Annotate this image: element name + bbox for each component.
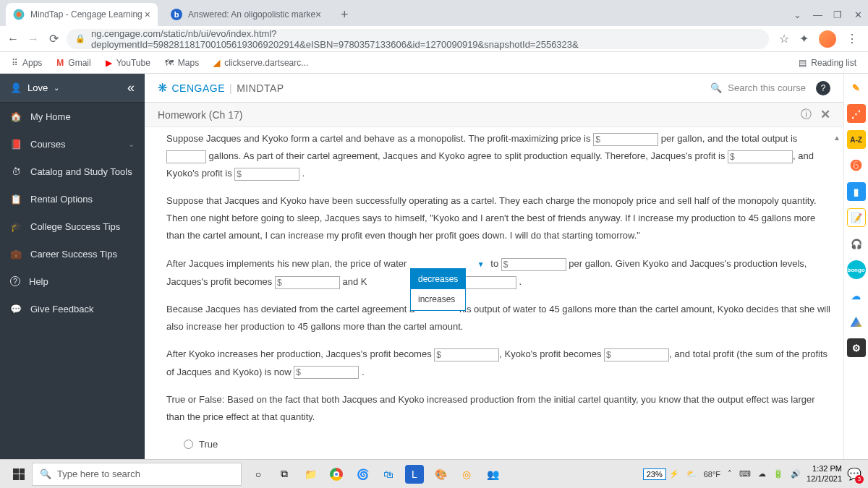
app-icon[interactable]: 🎨 <box>431 465 450 484</box>
bookmarks-bar: ⠿Apps MGmail ▶YouTube 🗺Maps ◢clickserve.… <box>0 52 868 74</box>
close-icon[interactable]: ✕ <box>820 107 830 122</box>
menu-icon[interactable]: ⋮ <box>846 32 858 46</box>
highlighter-icon[interactable]: ✎ <box>847 78 866 97</box>
notes-icon[interactable]: 📝 <box>847 208 866 227</box>
store-icon[interactable]: 🛍 <box>379 465 398 484</box>
browser-tabstrip: MindTap - Cengage Learning × b Answered:… <box>0 0 868 26</box>
cortana-icon[interactable]: ○ <box>249 465 268 484</box>
bartleby-favicon: b <box>171 9 182 20</box>
search-placeholder: Search this course <box>728 82 806 93</box>
weather-icon[interactable]: ⛅ <box>686 469 697 479</box>
rss-icon[interactable]: ⋰ <box>847 104 866 123</box>
browser-tab-bartleby[interactable]: b Answered: An oligopolistic marke × <box>163 3 328 26</box>
bookmark-maps[interactable]: 🗺Maps <box>159 55 205 71</box>
onedrive-icon[interactable]: ☁ <box>758 469 766 479</box>
teams-icon[interactable]: 👥 <box>483 465 502 484</box>
price-input[interactable] <box>593 133 658 146</box>
kyoko-profit3-input[interactable] <box>604 348 669 361</box>
notebook-icon[interactable]: ▮ <box>847 182 866 201</box>
sidebar-item-catalog[interactable]: ⏱Catalog and Study Tools <box>0 158 145 185</box>
app-icon2[interactable]: ◎ <box>457 465 476 484</box>
user-icon: 👤 <box>10 82 22 93</box>
battery-icon[interactable]: 🔋 <box>773 469 783 479</box>
explorer-icon[interactable]: 📁 <box>301 465 320 484</box>
new-price-input[interactable] <box>501 258 566 271</box>
jacques-profit2-input[interactable] <box>275 276 340 289</box>
forward-icon[interactable]: → <box>26 32 41 46</box>
reading-list-button[interactable]: ▤Reading list <box>793 55 862 71</box>
kyoko-profit-input[interactable] <box>234 168 299 181</box>
tab-title: Answered: An oligopolistic marke <box>188 9 315 20</box>
flashcards-icon[interactable]: ➏ <box>847 156 866 175</box>
gmail-icon: M <box>56 58 64 68</box>
tray-chevron-icon[interactable]: ˄ <box>728 469 732 479</box>
notif-badge: 3 <box>855 475 864 484</box>
graduation-icon: 🎓 <box>10 221 22 232</box>
sidebar-item-rental[interactable]: 📋Rental Options <box>0 185 145 213</box>
close-icon[interactable]: × <box>145 9 150 20</box>
reload-icon[interactable]: ⟳ <box>46 32 61 46</box>
volume-icon[interactable]: 🔊 <box>791 469 801 479</box>
notifications-button[interactable]: 💬3 <box>846 466 862 482</box>
close-icon[interactable]: ✕ <box>854 9 862 20</box>
sidebar-item-help[interactable]: ?Help <box>0 267 145 295</box>
para-scenario: Suppose that Jacques and Kyoko have been… <box>166 192 830 244</box>
price-direction-dropdown[interactable]: ____________▼ decreases increases <box>409 254 488 273</box>
chrome-icon[interactable] <box>327 465 346 484</box>
question-content: ▲ Suppose Jacques and Kyoko form a carte… <box>145 127 843 487</box>
star-icon[interactable]: ☆ <box>779 32 789 46</box>
cloud-icon[interactable]: ☁ <box>847 286 866 305</box>
edge-icon[interactable]: 🌀 <box>353 465 372 484</box>
glossary-icon[interactable]: A-Z <box>847 130 866 149</box>
lockdown-icon[interactable]: L <box>405 465 424 484</box>
read-icon[interactable]: 🎧 <box>847 234 866 253</box>
brand-logo[interactable]: ❋ CENGAGE | MINDTAP <box>158 81 284 95</box>
sidebar-item-feedback[interactable]: 💬Give Feedback <box>0 295 145 322</box>
radio-true[interactable]: True <box>184 436 830 453</box>
close-icon[interactable]: × <box>315 9 321 20</box>
system-clock[interactable]: 1:32 PM 12/1/2021 <box>807 464 842 483</box>
apps-button[interactable]: ⠿Apps <box>6 55 48 71</box>
output-input[interactable] <box>166 150 206 163</box>
settings-icon[interactable]: ⚙ <box>847 338 866 357</box>
user-menu[interactable]: 👤 Love ⌄ « <box>0 74 145 103</box>
start-button[interactable] <box>6 463 32 486</box>
taskbar-search[interactable]: 🔍Type here to search <box>32 463 242 486</box>
dropdown-option-decreases[interactable]: decreases <box>411 269 465 289</box>
bookmark-youtube[interactable]: ▶YouTube <box>100 55 156 71</box>
bongo-icon[interactable]: bongo <box>847 260 866 279</box>
collapse-sidebar-icon[interactable]: « <box>127 80 135 95</box>
lock-icon: 🔒 <box>75 34 85 43</box>
sidebar-item-home[interactable]: 🏠My Home <box>0 103 145 130</box>
keyboard-icon[interactable]: ⌨ <box>739 469 751 479</box>
sidebar-item-courses[interactable]: 📕Courses⌄ <box>0 130 145 158</box>
total-profit-input[interactable] <box>294 366 359 379</box>
browser-tab-mindtap[interactable]: MindTap - Cengage Learning × <box>6 3 158 26</box>
task-view-icon[interactable]: ⧉ <box>275 465 294 484</box>
address-bar[interactable]: 🔒 ng.cengage.com/static/nb/ui/evo/index.… <box>67 29 769 49</box>
search-course[interactable]: 🔍 Search this course <box>710 82 806 93</box>
drive-icon[interactable] <box>847 312 866 331</box>
bookmark-gmail[interactable]: MGmail <box>51 55 96 71</box>
profile-avatar[interactable] <box>819 30 836 48</box>
restore-icon[interactable]: ❐ <box>833 9 842 20</box>
dropdown-menu: decreases increases <box>410 268 466 310</box>
info-icon[interactable]: ⓘ <box>801 108 812 121</box>
temperature[interactable]: 68°F <box>704 470 720 479</box>
extension-icon[interactable]: ✦ <box>799 32 809 46</box>
dropdown-option-increases[interactable]: increases <box>411 289 465 309</box>
down-icon[interactable]: ⌄ <box>793 9 801 20</box>
scroll-up-icon[interactable]: ▲ <box>833 132 841 145</box>
help-button[interactable]: ? <box>816 81 830 95</box>
bookmark-clickserve[interactable]: ◢clickserve.dartsearc... <box>208 55 314 71</box>
minimize-icon[interactable]: — <box>813 9 822 20</box>
tab-title: MindTap - Cengage Learning <box>30 9 142 20</box>
jacques-profit-input[interactable] <box>728 150 793 163</box>
sidebar-item-career-tips[interactable]: 💼Career Success Tips <box>0 240 145 267</box>
back-icon[interactable]: ← <box>6 32 20 46</box>
new-tab-button[interactable]: + <box>334 4 354 25</box>
battery-indicator[interactable]: 23% <box>643 468 666 480</box>
sidebar-item-college-tips[interactable]: 🎓College Success Tips <box>0 213 145 240</box>
jacques-profit3-input[interactable] <box>434 348 499 361</box>
briefcase-icon: 💼 <box>10 249 22 260</box>
